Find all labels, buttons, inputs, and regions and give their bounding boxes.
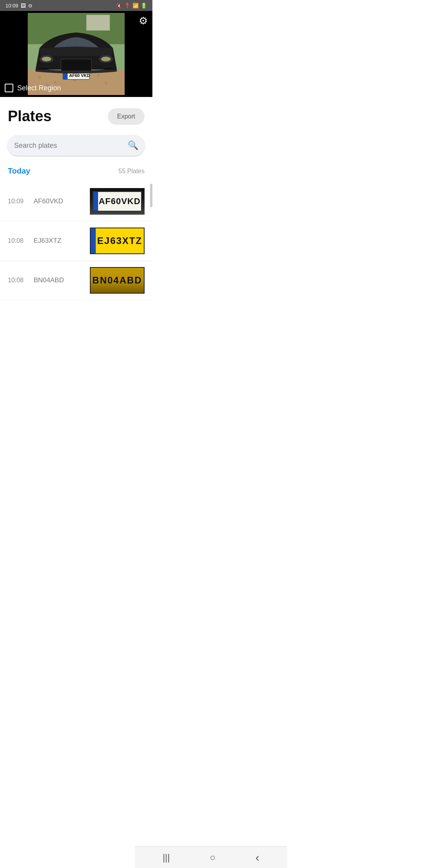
section-count: 55 Plates: [118, 168, 145, 175]
status-right: 🔇 📍 📶 🔋: [116, 3, 147, 9]
section-title: Today: [8, 167, 30, 176]
export-button[interactable]: Export: [108, 108, 145, 125]
status-left: 10:09 🖼 ⊖: [5, 3, 32, 9]
plate-number: AF60VKD: [34, 197, 85, 205]
plate-number: EJ63XTZ: [34, 237, 85, 245]
svg-point-7: [97, 74, 99, 77]
svg-point-19: [42, 57, 51, 61]
plate-text-2: EJ63XTZ: [92, 235, 142, 246]
car-svg: AF60 VKD: [28, 13, 125, 95]
svg-text:AF60 VKD: AF60 VKD: [69, 73, 90, 78]
plate-time: 10:08: [8, 277, 29, 284]
plate-text-1: AF60VKD: [94, 196, 140, 206]
plate-image-2: EJ63XTZ: [90, 228, 145, 254]
section-header: Today 55 Plates: [0, 163, 152, 182]
status-time: 10:09: [5, 3, 18, 9]
main-content: Plates Export 🔍 Today 55 Plates 10:09 AF…: [0, 97, 152, 300]
page-title: Plates: [8, 108, 52, 125]
plate-time: 10:08: [8, 237, 29, 244]
gear-icon[interactable]: ⚙: [139, 15, 148, 27]
battery-icon: 🔋: [141, 3, 147, 9]
plate-image-3: BN04ABD: [90, 267, 145, 294]
camera-area: ⚙: [0, 11, 152, 97]
plate-item[interactable]: 10:08 EJ63XTZ EJ63XTZ: [0, 221, 152, 261]
wifi-icon: 📶: [132, 3, 139, 9]
plate-number: BN04ABD: [34, 276, 85, 284]
search-input[interactable]: [14, 142, 128, 150]
svg-point-4: [38, 76, 41, 79]
search-icon: 🔍: [128, 140, 138, 151]
status-bar: 10:09 🖼 ⊖ 🔇 📍 📶 🔋: [0, 0, 152, 11]
dnd-icon: ⊖: [28, 3, 32, 9]
scroll-track[interactable]: [150, 184, 152, 207]
plate-item[interactable]: 10:09 AF60VKD AF60VKD: [0, 182, 152, 221]
svg-point-21: [101, 57, 111, 61]
plate-item[interactable]: 10:08 BN04ABD BN04ABD: [0, 261, 152, 300]
car-image: AF60 VKD: [28, 13, 125, 95]
plate-time: 10:09: [8, 198, 29, 205]
svg-point-9: [105, 82, 107, 84]
select-region[interactable]: Select Region: [5, 84, 61, 92]
select-region-checkbox[interactable]: [5, 84, 13, 92]
plate-image-1: AF60VKD: [90, 188, 145, 215]
search-container[interactable]: 🔍: [7, 135, 145, 156]
mute-icon: 🔇: [116, 3, 122, 9]
svg-rect-14: [61, 59, 91, 71]
plate-text-3: BN04ABD: [92, 275, 142, 286]
image-icon: 🖼: [21, 3, 26, 9]
location-icon: 📍: [124, 3, 131, 9]
svg-rect-2: [86, 15, 110, 30]
plates-header: Plates Export: [0, 97, 152, 133]
select-region-label: Select Region: [17, 84, 61, 92]
